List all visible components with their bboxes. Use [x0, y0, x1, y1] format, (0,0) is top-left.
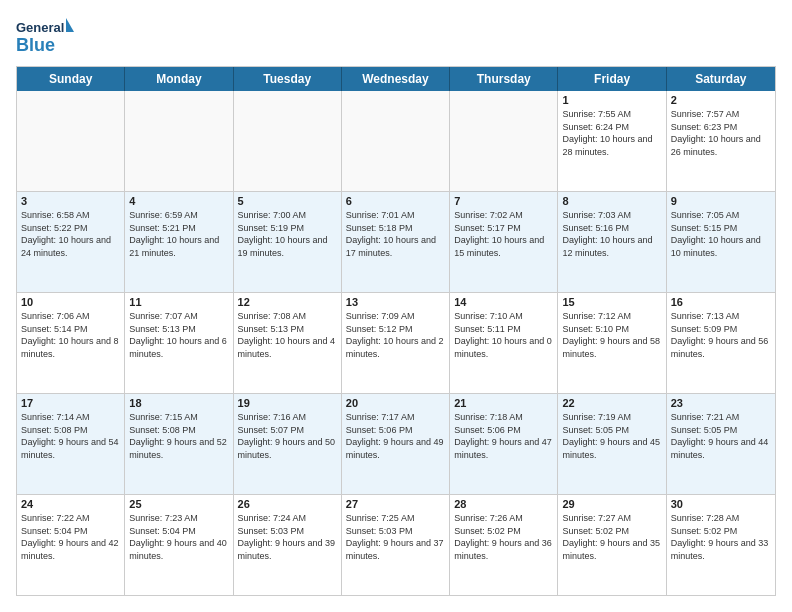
day-number: 19: [238, 397, 337, 409]
calendar-cell: 13Sunrise: 7:09 AM Sunset: 5:12 PM Dayli…: [342, 293, 450, 393]
cell-info: Sunrise: 7:17 AM Sunset: 5:06 PM Dayligh…: [346, 411, 445, 461]
cell-info: Sunrise: 7:22 AM Sunset: 5:04 PM Dayligh…: [21, 512, 120, 562]
calendar-cell: 24Sunrise: 7:22 AM Sunset: 5:04 PM Dayli…: [17, 495, 125, 595]
logo-svg: General Blue: [16, 16, 76, 56]
day-number: 29: [562, 498, 661, 510]
day-number: 4: [129, 195, 228, 207]
cell-info: Sunrise: 7:21 AM Sunset: 5:05 PM Dayligh…: [671, 411, 771, 461]
day-number: 3: [21, 195, 120, 207]
day-number: 20: [346, 397, 445, 409]
cell-info: Sunrise: 7:13 AM Sunset: 5:09 PM Dayligh…: [671, 310, 771, 360]
calendar-cell: 15Sunrise: 7:12 AM Sunset: 5:10 PM Dayli…: [558, 293, 666, 393]
calendar-row: 17Sunrise: 7:14 AM Sunset: 5:08 PM Dayli…: [17, 394, 775, 495]
cell-info: Sunrise: 6:59 AM Sunset: 5:21 PM Dayligh…: [129, 209, 228, 259]
calendar-cell: [342, 91, 450, 191]
cell-info: Sunrise: 7:24 AM Sunset: 5:03 PM Dayligh…: [238, 512, 337, 562]
calendar-cell: 8Sunrise: 7:03 AM Sunset: 5:16 PM Daylig…: [558, 192, 666, 292]
cell-info: Sunrise: 7:12 AM Sunset: 5:10 PM Dayligh…: [562, 310, 661, 360]
calendar-cell: 28Sunrise: 7:26 AM Sunset: 5:02 PM Dayli…: [450, 495, 558, 595]
day-number: 6: [346, 195, 445, 207]
day-number: 23: [671, 397, 771, 409]
cell-info: Sunrise: 7:25 AM Sunset: 5:03 PM Dayligh…: [346, 512, 445, 562]
cell-info: Sunrise: 7:02 AM Sunset: 5:17 PM Dayligh…: [454, 209, 553, 259]
day-number: 24: [21, 498, 120, 510]
weekday-header: Monday: [125, 67, 233, 91]
calendar-cell: 16Sunrise: 7:13 AM Sunset: 5:09 PM Dayli…: [667, 293, 775, 393]
weekday-header: Wednesday: [342, 67, 450, 91]
calendar-cell: 22Sunrise: 7:19 AM Sunset: 5:05 PM Dayli…: [558, 394, 666, 494]
calendar-cell: [234, 91, 342, 191]
calendar-cell: 23Sunrise: 7:21 AM Sunset: 5:05 PM Dayli…: [667, 394, 775, 494]
day-number: 16: [671, 296, 771, 308]
day-number: 11: [129, 296, 228, 308]
cell-info: Sunrise: 7:07 AM Sunset: 5:13 PM Dayligh…: [129, 310, 228, 360]
calendar-cell: [125, 91, 233, 191]
svg-marker-1: [66, 18, 74, 32]
svg-text:General: General: [16, 20, 64, 35]
day-number: 21: [454, 397, 553, 409]
weekday-header: Saturday: [667, 67, 775, 91]
day-number: 28: [454, 498, 553, 510]
cell-info: Sunrise: 7:18 AM Sunset: 5:06 PM Dayligh…: [454, 411, 553, 461]
day-number: 25: [129, 498, 228, 510]
calendar-cell: 21Sunrise: 7:18 AM Sunset: 5:06 PM Dayli…: [450, 394, 558, 494]
day-number: 10: [21, 296, 120, 308]
day-number: 7: [454, 195, 553, 207]
header: General Blue: [16, 16, 776, 56]
calendar-cell: 1Sunrise: 7:55 AM Sunset: 6:24 PM Daylig…: [558, 91, 666, 191]
day-number: 26: [238, 498, 337, 510]
calendar-cell: [450, 91, 558, 191]
calendar-row: 3Sunrise: 6:58 AM Sunset: 5:22 PM Daylig…: [17, 192, 775, 293]
cell-info: Sunrise: 7:27 AM Sunset: 5:02 PM Dayligh…: [562, 512, 661, 562]
cell-info: Sunrise: 7:08 AM Sunset: 5:13 PM Dayligh…: [238, 310, 337, 360]
day-number: 5: [238, 195, 337, 207]
calendar-cell: 30Sunrise: 7:28 AM Sunset: 5:02 PM Dayli…: [667, 495, 775, 595]
day-number: 30: [671, 498, 771, 510]
calendar-cell: 18Sunrise: 7:15 AM Sunset: 5:08 PM Dayli…: [125, 394, 233, 494]
calendar-cell: 20Sunrise: 7:17 AM Sunset: 5:06 PM Dayli…: [342, 394, 450, 494]
calendar-cell: 29Sunrise: 7:27 AM Sunset: 5:02 PM Dayli…: [558, 495, 666, 595]
calendar-cell: 17Sunrise: 7:14 AM Sunset: 5:08 PM Dayli…: [17, 394, 125, 494]
cell-info: Sunrise: 6:58 AM Sunset: 5:22 PM Dayligh…: [21, 209, 120, 259]
calendar-cell: 27Sunrise: 7:25 AM Sunset: 5:03 PM Dayli…: [342, 495, 450, 595]
calendar-cell: 9Sunrise: 7:05 AM Sunset: 5:15 PM Daylig…: [667, 192, 775, 292]
calendar-cell: 3Sunrise: 6:58 AM Sunset: 5:22 PM Daylig…: [17, 192, 125, 292]
svg-text:Blue: Blue: [16, 35, 55, 55]
calendar-cell: 6Sunrise: 7:01 AM Sunset: 5:18 PM Daylig…: [342, 192, 450, 292]
page: General Blue SundayMondayTuesdayWednesda…: [0, 0, 792, 612]
cell-info: Sunrise: 7:28 AM Sunset: 5:02 PM Dayligh…: [671, 512, 771, 562]
calendar: SundayMondayTuesdayWednesdayThursdayFrid…: [16, 66, 776, 596]
cell-info: Sunrise: 7:16 AM Sunset: 5:07 PM Dayligh…: [238, 411, 337, 461]
calendar-cell: 10Sunrise: 7:06 AM Sunset: 5:14 PM Dayli…: [17, 293, 125, 393]
calendar-cell: 11Sunrise: 7:07 AM Sunset: 5:13 PM Dayli…: [125, 293, 233, 393]
day-number: 1: [562, 94, 661, 106]
cell-info: Sunrise: 7:23 AM Sunset: 5:04 PM Dayligh…: [129, 512, 228, 562]
cell-info: Sunrise: 7:55 AM Sunset: 6:24 PM Dayligh…: [562, 108, 661, 158]
day-number: 13: [346, 296, 445, 308]
cell-info: Sunrise: 7:01 AM Sunset: 5:18 PM Dayligh…: [346, 209, 445, 259]
day-number: 8: [562, 195, 661, 207]
cell-info: Sunrise: 7:00 AM Sunset: 5:19 PM Dayligh…: [238, 209, 337, 259]
calendar-cell: 5Sunrise: 7:00 AM Sunset: 5:19 PM Daylig…: [234, 192, 342, 292]
calendar-row: 1Sunrise: 7:55 AM Sunset: 6:24 PM Daylig…: [17, 91, 775, 192]
cell-info: Sunrise: 7:05 AM Sunset: 5:15 PM Dayligh…: [671, 209, 771, 259]
cell-info: Sunrise: 7:14 AM Sunset: 5:08 PM Dayligh…: [21, 411, 120, 461]
calendar-cell: 4Sunrise: 6:59 AM Sunset: 5:21 PM Daylig…: [125, 192, 233, 292]
cell-info: Sunrise: 7:03 AM Sunset: 5:16 PM Dayligh…: [562, 209, 661, 259]
calendar-cell: 19Sunrise: 7:16 AM Sunset: 5:07 PM Dayli…: [234, 394, 342, 494]
calendar-cell: 2Sunrise: 7:57 AM Sunset: 6:23 PM Daylig…: [667, 91, 775, 191]
calendar-cell: 12Sunrise: 7:08 AM Sunset: 5:13 PM Dayli…: [234, 293, 342, 393]
calendar-cell: 14Sunrise: 7:10 AM Sunset: 5:11 PM Dayli…: [450, 293, 558, 393]
day-number: 22: [562, 397, 661, 409]
weekday-header: Tuesday: [234, 67, 342, 91]
cell-info: Sunrise: 7:15 AM Sunset: 5:08 PM Dayligh…: [129, 411, 228, 461]
day-number: 14: [454, 296, 553, 308]
calendar-row: 10Sunrise: 7:06 AM Sunset: 5:14 PM Dayli…: [17, 293, 775, 394]
weekday-header: Thursday: [450, 67, 558, 91]
calendar-cell: 25Sunrise: 7:23 AM Sunset: 5:04 PM Dayli…: [125, 495, 233, 595]
cell-info: Sunrise: 7:26 AM Sunset: 5:02 PM Dayligh…: [454, 512, 553, 562]
calendar-header: SundayMondayTuesdayWednesdayThursdayFrid…: [17, 67, 775, 91]
day-number: 18: [129, 397, 228, 409]
weekday-header: Sunday: [17, 67, 125, 91]
cell-info: Sunrise: 7:09 AM Sunset: 5:12 PM Dayligh…: [346, 310, 445, 360]
